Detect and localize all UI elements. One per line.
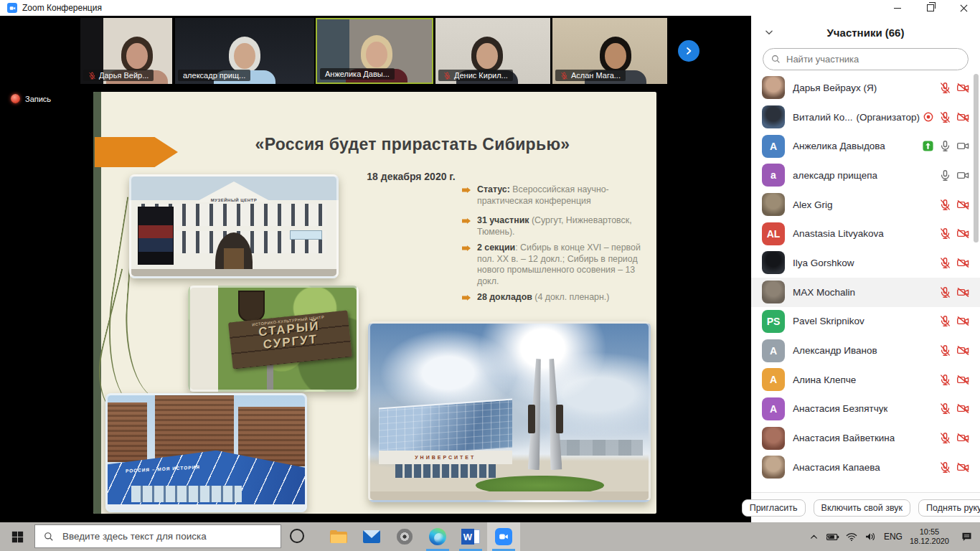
slide-title: «Россия будет прирастать Сибирью» [176, 135, 649, 154]
participant-name: Алина Клепче [793, 375, 856, 385]
tile-participant-name: Денис Кирил... [454, 71, 508, 80]
participant-row[interactable]: AАлина Клепче [751, 365, 980, 395]
bullet-arrow-icon [462, 187, 471, 193]
participant-name: Alex Grig [793, 199, 833, 210]
camera-off-icon [956, 111, 970, 123]
wifi-icon[interactable] [842, 532, 861, 542]
participant-photo-avatar [762, 281, 785, 303]
mic-muted-icon [88, 72, 96, 80]
participant-photo-avatar [762, 76, 785, 99]
battery-icon[interactable] [824, 532, 842, 542]
video-tile[interactable]: Анжелика Давы... [316, 18, 433, 84]
slide-bullet: Статус: Всероссийская научно-практическа… [462, 184, 651, 207]
slide-bullet: 31 участник (Сургут, Нижневартовск, Тюме… [462, 215, 651, 237]
language-indicator[interactable]: ENG [884, 532, 903, 542]
camera-off-icon [956, 315, 970, 327]
participants-panel: Участники (66) Дарья Вейраух (Я)Виталий … [751, 16, 980, 522]
participant-name: Анжелика Давыдова [793, 141, 885, 151]
participant-row[interactable]: aалексадр прищепа [751, 161, 980, 190]
video-tile[interactable]: Дарья Вейр... [80, 18, 172, 84]
recording-indicator: Запись [11, 94, 51, 103]
invite-button[interactable]: Пригласить [742, 499, 806, 517]
camera-off-icon [956, 432, 970, 444]
camera-off-icon [956, 82, 970, 94]
participants-scrollbar [974, 74, 979, 486]
video-tile[interactable]: Аслан Мага... [552, 18, 667, 84]
participant-row[interactable]: Анастасия Капаева [751, 453, 980, 482]
participant-photo-avatar [762, 251, 785, 274]
mic-muted-icon [939, 432, 951, 444]
bullet-text: Статус: Всероссийская научно-практическа… [477, 184, 651, 207]
camera-on-icon [956, 140, 970, 152]
minimize-button[interactable] [881, 0, 914, 16]
camera-off-icon [956, 402, 970, 415]
taskbar-search[interactable] [34, 524, 281, 548]
museum-base [131, 269, 336, 276]
system-tray: ENG 10:55 18.12.2020 [805, 522, 980, 551]
participant-initials-avatar: A [762, 368, 785, 391]
participant-name: алексадр прищепа [793, 170, 877, 181]
unmute-self-button[interactable]: Включить свой звук [814, 499, 911, 517]
screen: Zoom Конференция Дарья Вейр...алексадр п… [0, 0, 980, 551]
participant-status-icons [939, 227, 970, 240]
raise-hand-button[interactable]: Поднять руку [918, 499, 980, 517]
video-tile[interactable]: алексадр прищ... [175, 18, 314, 84]
participant-row[interactable]: PSPavel Skripnikov [751, 307, 980, 336]
close-button[interactable] [947, 0, 980, 16]
scrollbar-thumb[interactable] [974, 74, 979, 242]
participant-row[interactable]: Ilya Gorshkow [751, 248, 980, 278]
clock-date: 18.12.2020 [910, 537, 949, 546]
university-entrance [395, 464, 496, 479]
participant-status-icons [939, 461, 970, 474]
video-tile[interactable]: Денис Кирил... [435, 18, 550, 84]
audio-app-icon[interactable] [388, 522, 421, 551]
bullet-arrow-icon [462, 245, 471, 251]
mail-icon[interactable] [355, 522, 388, 551]
participant-row[interactable]: Дарья Вейраух (Я) [751, 73, 980, 103]
participant-name: Виталий Ко... [793, 112, 852, 123]
participant-initials-avatar: AL [762, 222, 785, 245]
video-tile-name-label: алексадр прищ... [178, 70, 250, 81]
camera-off-icon [956, 344, 970, 357]
taskbar-search-input[interactable] [61, 530, 265, 542]
participants-list: Дарья Вейраух (Я)Виталий Ко...(Организат… [751, 73, 980, 488]
participant-row[interactable]: Alex Grig [751, 190, 980, 220]
participant-photo-avatar [762, 193, 785, 216]
participant-name: Анастасия Вайветкина [793, 433, 895, 443]
participant-search[interactable] [763, 48, 969, 70]
word-icon[interactable]: W [454, 522, 487, 551]
tray-chevron-up-icon[interactable] [805, 532, 824, 542]
participant-row[interactable]: Виталий Ко...(Организатор) [751, 103, 980, 132]
tile-participant-name: алексадр прищ... [183, 71, 245, 80]
participant-row[interactable]: AАнжелика Давыдова [751, 131, 980, 161]
record-dot-icon [11, 94, 20, 103]
participants-title: Участники (66) [751, 27, 980, 39]
file-explorer-icon[interactable] [322, 522, 355, 551]
camera-off-icon [956, 461, 970, 474]
tile-participant-name: Аслан Мага... [571, 71, 621, 80]
participant-search-input[interactable] [785, 53, 946, 65]
cortana-button[interactable] [290, 529, 304, 543]
window-titlebar: Zoom Конференция [0, 0, 980, 16]
taskbar-clock[interactable]: 10:55 18.12.2020 [910, 527, 949, 546]
next-videos-button[interactable] [678, 40, 699, 62]
edge-browser-icon[interactable] [421, 522, 454, 551]
camera-on-icon [956, 169, 970, 182]
volume-icon[interactable] [861, 532, 880, 542]
participant-row[interactable]: ALAnastasia Litvyakova [751, 219, 980, 248]
start-button[interactable] [0, 522, 34, 551]
taskbar: W ENG 10:55 18.12.2020 [0, 522, 980, 551]
bullet-text: 28 докладов (4 докл. пленарн.) [477, 292, 651, 303]
action-center-icon[interactable] [961, 531, 973, 542]
participant-row[interactable]: AАнастасия Безпятчук [751, 395, 980, 424]
video-tile-name-label: Денис Кирил... [438, 70, 513, 81]
clock-time: 10:55 [910, 527, 949, 537]
participant-row[interactable]: AАлександр Иванов [751, 336, 980, 365]
participant-row[interactable]: MAX Mochalin [751, 278, 980, 307]
restore-button[interactable] [914, 0, 947, 16]
participants-footer: Пригласить Включить свой звук Поднять ру… [751, 492, 980, 523]
zoom-taskbar-icon[interactable] [487, 522, 520, 551]
participant-photo-avatar [762, 427, 785, 450]
participant-row[interactable]: Анастасия Вайветкина [751, 423, 980, 453]
slide-bullet: 2 секции: Сибирь в конце XVI – первой по… [462, 242, 651, 287]
